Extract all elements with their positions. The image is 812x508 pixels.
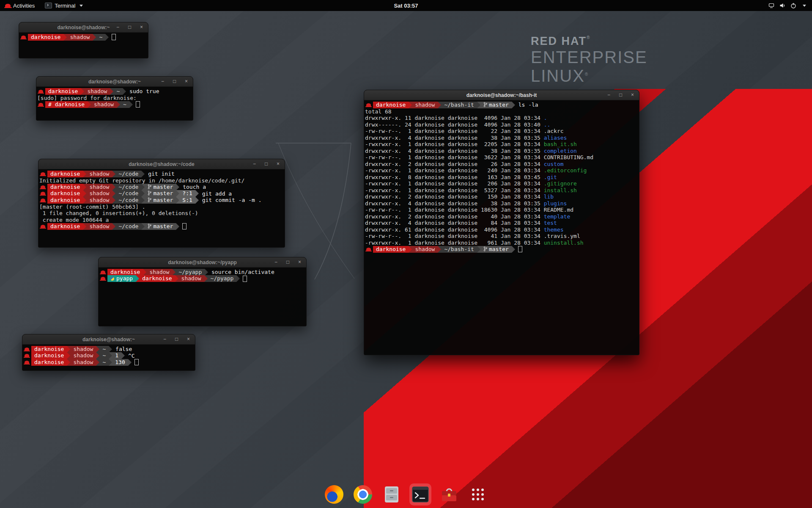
terminal-content[interactable]: darknoiseshadow~/bash-itmaster ls -latot… [364, 100, 639, 254]
dock-firefox[interactable] [323, 483, 345, 505]
window-titlebar[interactable]: darknoise@shadow:~ − □ × [19, 22, 148, 33]
terminal-line: # darknoiseshadow~ [37, 101, 192, 108]
prompt-segment-user: # darknoise [45, 101, 88, 108]
powerline-arrow-icon [128, 359, 132, 366]
terminal-text: lib [544, 193, 554, 200]
powerline-arrow-icon [236, 275, 240, 282]
terminal-line: darknoiseshadow~/codemaster touch a [39, 184, 284, 190]
app-menu-terminal[interactable]: Terminal [40, 0, 88, 11]
redhat-prompt-icon [41, 185, 45, 189]
terminal-line: drwxrwxr-x. 4 darknoise darknoise 38 Jan… [365, 135, 638, 141]
terminal-text: -rw-rw-r--. 1 darknoise darknoise 3622 J… [365, 154, 593, 160]
window-title: darknoise@shadow:~/code [129, 161, 194, 167]
terminal-line: darknoiseshadow~1 ^C [23, 353, 194, 359]
terminal-text: -rwxrwxr-x. 1 darknoise darknoise 2205 J… [365, 141, 544, 147]
terminal-text: drwxrwxr-x. 4 darknoise darknoise 84 Jan… [365, 220, 544, 226]
terminal-window-pyapp[interactable]: darknoise@shadow:~/pyapp − □ × darknoise… [98, 257, 307, 326]
terminal-window-exitcodes[interactable]: darknoise@shadow:~ − □ × darknoiseshadow… [22, 334, 195, 371]
close-button[interactable]: × [275, 161, 281, 167]
redhat-logo-icon [5, 4, 11, 8]
terminal-line: darknoiseshadow~130 [23, 359, 194, 366]
window-titlebar[interactable]: darknoise@shadow:~/pyapp − □ × [99, 257, 306, 268]
minimize-button[interactable]: − [162, 336, 168, 342]
close-button[interactable]: × [185, 336, 192, 342]
window-titlebar[interactable]: darknoise@shadow:~/bash-it − □ × [364, 90, 639, 100]
terminal-window-bashit[interactable]: darknoise@shadow:~/bash-it − □ × darknoi… [364, 90, 639, 355]
window-titlebar[interactable]: darknoise@shadow:~/code − □ × [38, 159, 285, 169]
terminal-line: -rwxrwxr-x. 1 darknoise darknoise 2205 J… [365, 141, 638, 148]
window-titlebar[interactable]: darknoise@shadow:~ − □ × [22, 334, 195, 345]
minimize-button[interactable]: − [159, 78, 166, 85]
redhat-prompt-icon [25, 348, 29, 351]
maximize-button[interactable]: □ [617, 92, 624, 98]
powerline-arrow-icon [67, 359, 70, 366]
dock-toolbox[interactable] [438, 483, 460, 505]
terminal-text: drwxrwxr-x. 61 darknoise darknoise 4096 … [365, 226, 544, 233]
close-button[interactable]: × [629, 92, 636, 98]
terminal-content[interactable]: darknoiseshadow~/code git initInitialize… [38, 169, 285, 231]
dock-files[interactable] [381, 483, 403, 505]
maximize-button[interactable]: □ [171, 78, 178, 85]
terminal-line: darknoiseshadow~ false [23, 346, 194, 353]
prompt-segment-code: 130 [112, 359, 128, 366]
maximize-button[interactable]: □ [285, 259, 291, 265]
minimize-button[interactable]: − [251, 161, 258, 167]
terminal-text: -rwxrwxr-x. 1 darknoise darknoise 961 Ja… [365, 240, 544, 246]
terminal-line: drwxrwxr-x. 4 darknoise darknoise 84 Jan… [365, 220, 638, 226]
terminal-content[interactable]: darknoiseshadow~/pyapp source bin/activa… [99, 268, 306, 283]
brand-linux: LINUX® [531, 67, 647, 84]
prompt-segment-host: shadow [412, 102, 438, 108]
activities-button[interactable]: Activities [0, 0, 40, 11]
terminal-line: 1 file changed, 0 insertions(+), 0 delet… [39, 210, 284, 217]
dock-chrome[interactable] [352, 483, 374, 505]
terminal-window-code[interactable]: darknoise@shadow:~/code − □ × darknoises… [38, 159, 285, 248]
dock-terminal[interactable] [409, 483, 431, 505]
powerline-arrow-icon [175, 275, 178, 282]
terminal-content[interactable]: darknoiseshadow~ falsedarknoiseshadow~1 … [22, 345, 195, 367]
redhat-prompt-icon [21, 36, 26, 39]
git-branch-icon [483, 246, 487, 253]
prompt-segment-user: darknoise [47, 190, 83, 197]
dock-show-apps[interactable] [467, 483, 489, 505]
maximize-button[interactable]: □ [263, 161, 269, 167]
prompt-segment-user: darknoise [31, 346, 67, 353]
powerline-arrow-icon [409, 102, 412, 108]
close-button[interactable]: × [296, 259, 303, 265]
powerline-arrow-icon [176, 184, 179, 190]
terminal-window-home[interactable]: darknoise@shadow:~ − □ × darknoiseshadow… [19, 22, 148, 58]
close-button[interactable]: × [138, 24, 145, 30]
terminal-text: sudo true [126, 88, 159, 94]
close-button[interactable]: × [183, 78, 189, 85]
minimize-button[interactable]: − [273, 259, 279, 265]
clock[interactable]: Sat 03:57 [390, 0, 422, 11]
terminal-text: source bin/activate [208, 269, 274, 275]
powerline-arrow-icon [205, 269, 208, 276]
terminal-line: drwx------. 24 darknoise darknoise 4096 … [365, 121, 638, 128]
terminal-window-sudo[interactable]: darknoise@shadow:~ − □ × darknoiseshadow… [36, 76, 193, 121]
prompt-segment-path: ~/code [115, 184, 141, 190]
redhat-prompt-icon [366, 103, 371, 107]
terminal-text: git commit -a -m . [199, 197, 262, 203]
maximize-button[interactable]: □ [173, 336, 180, 342]
powerline-arrow-icon [141, 190, 145, 197]
terminal-line: -rwxrwxr-x. 1 darknoise darknoise 206 Ja… [365, 180, 638, 187]
window-title: darknoise@shadow:~/bash-it [466, 92, 537, 98]
terminal-line: -rw-rw-r--. 1 darknoise darknoise 41 Jan… [365, 233, 638, 240]
terminal-text: -rwxrwxr-x. 1 darknoise darknoise 5327 J… [365, 187, 544, 193]
terminal-text: template [544, 213, 571, 220]
system-status-area[interactable] [765, 0, 809, 11]
window-titlebar[interactable]: darknoise@shadow:~ − □ × [36, 77, 193, 87]
powerline-arrow-icon [93, 34, 96, 41]
prompt-segment-path: ~ [120, 101, 129, 108]
prompt-segment-git: master [145, 197, 176, 204]
terminal-content[interactable]: darknoiseshadow~ [19, 33, 148, 42]
minimize-button[interactable]: − [606, 92, 612, 98]
powerline-arrow-icon [123, 88, 126, 95]
maximize-button[interactable]: □ [126, 24, 133, 30]
terminal-text: .gitignore [544, 180, 577, 187]
terminal-content[interactable]: darknoiseshadow~ sudo true[sudo] passwor… [36, 87, 193, 109]
terminal-line: -rw-rw-r--. 1 darknoise darknoise 18630 … [365, 207, 638, 213]
minimize-button[interactable]: − [115, 24, 121, 30]
powerline-arrow-icon [83, 190, 86, 197]
redhat-prompt-icon [366, 248, 371, 251]
